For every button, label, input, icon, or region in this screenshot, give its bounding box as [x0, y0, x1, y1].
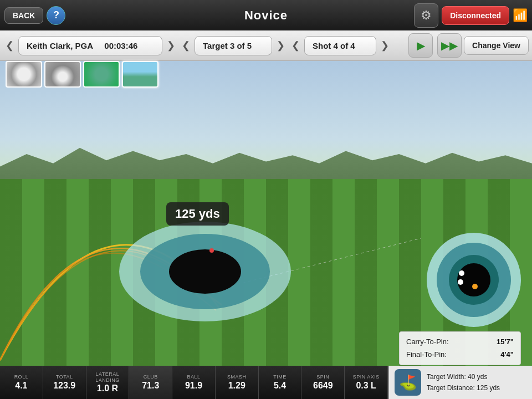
spin-axis-label: SPIN AXIS — [353, 374, 380, 380]
top-bar-left: BACK ? — [4, 6, 65, 25]
time-label: TIME — [273, 374, 287, 380]
lateral-label: LATERALLANDING — [95, 371, 120, 383]
roll-value: 4.1 — [15, 381, 27, 391]
target-next-button[interactable]: ❯ — [274, 37, 287, 54]
right-target-diagram — [427, 233, 521, 327]
player-label: Keith Clark, PGA 00:03:46 — [18, 36, 162, 55]
bottom-bar: ROLL 4.1 TOTAL 123.9 LATERALLANDING 1.0 … — [0, 366, 532, 399]
target-circle — [119, 222, 291, 321]
lateral-value: 1.0 R — [97, 383, 118, 393]
player-next-button[interactable]: ❯ — [165, 37, 177, 54]
stat-total: TOTAL 123.9 — [43, 366, 86, 399]
back-button[interactable]: BACK — [4, 7, 43, 24]
settings-button[interactable]: ⚙ — [414, 3, 438, 28]
shot-next-button[interactable]: ❯ — [378, 37, 391, 54]
stat-smash: SMASH 1.29 — [216, 366, 259, 399]
final-value: 4'4" — [500, 348, 514, 361]
shot-label: Shot 4 of 4 — [304, 36, 376, 55]
stat-spin-axis: SPIN AXIS 0.3 L — [345, 366, 388, 399]
carry-stats-box: Carry-To-Pin: 15'7" Final-To-Pin: 4'4" — [399, 331, 521, 365]
thumbnail-3[interactable] — [83, 61, 120, 88]
target-inner-ring — [169, 249, 241, 294]
target-distance-text: Target Distance: 125 yds — [427, 382, 500, 393]
stat-spin: SPIN 6649 — [301, 366, 345, 399]
smash-label: SMASH — [227, 374, 247, 380]
thumbnails — [6, 61, 158, 88]
pin-marker — [209, 248, 214, 253]
thumbnail-2[interactable] — [44, 61, 81, 88]
timer: 00:03:46 — [104, 41, 137, 50]
play-button[interactable]: ▶ — [408, 33, 433, 58]
stat-time: TIME 5.4 — [259, 366, 302, 399]
thumbnail-4[interactable] — [122, 61, 158, 88]
change-view-button[interactable]: Change View — [464, 36, 529, 55]
spin-value: 6649 — [313, 381, 333, 391]
main-view: 125 yds Carry-To-Pin: 15'7" Final-To-Pin… — [0, 61, 532, 371]
distance-label: 125 yds — [166, 202, 229, 226]
wifi-icon: 📶 — [513, 8, 528, 23]
top-bar-right: ⚙ Disconnected 📶 — [414, 3, 528, 28]
rt-dot-white-1 — [459, 270, 464, 276]
play-next-button[interactable]: ▶▶ — [437, 33, 462, 58]
top-bar: BACK ? Novice ⚙ Disconnected 📶 — [0, 0, 532, 30]
app-title: Novice — [244, 8, 288, 23]
target-width-text: Target Width: 40 yds — [427, 371, 500, 382]
help-button[interactable]: ? — [47, 6, 65, 25]
rt-dot-orange — [472, 284, 478, 289]
club-value: 71.3 — [142, 381, 159, 391]
target-label: Target 3 of 5 — [195, 36, 272, 55]
rt-dot-white-2 — [458, 279, 463, 285]
smash-value: 1.29 — [228, 381, 245, 391]
final-label: Final-To-Pin: — [406, 348, 447, 361]
roll-label: ROLL — [14, 374, 29, 380]
stat-roll: ROLL 4.1 — [0, 366, 43, 399]
carry-value: 15'7" — [497, 335, 514, 348]
connection-status-button[interactable]: Disconnected — [442, 6, 509, 25]
player-name: Keith Clark, PGA — [27, 41, 93, 50]
spin-label: SPIN — [316, 374, 329, 380]
ball-label: BALL — [187, 374, 201, 380]
carry-label: Carry-To-Pin: — [406, 335, 449, 348]
bottom-info: Target Width: 40 yds Target Distance: 12… — [427, 371, 500, 394]
player-prev-button[interactable]: ❮ — [3, 37, 16, 54]
club-icon: ⛳ — [395, 369, 421, 396]
final-row: Final-To-Pin: 4'4" — [406, 348, 514, 361]
target-prev-button[interactable]: ❮ — [180, 37, 192, 54]
stat-lateral: LATERALLANDING 1.0 R — [86, 366, 130, 399]
stat-club: CLUB 71.3 — [129, 366, 172, 399]
total-label: TOTAL — [56, 374, 73, 380]
bottom-right-panel: ⛳ Target Width: 40 yds Target Distance: … — [388, 366, 532, 399]
shot-prev-button[interactable]: ❮ — [289, 37, 302, 54]
carry-row: Carry-To-Pin: 15'7" — [406, 335, 514, 348]
nav-bar: ❮ Keith Clark, PGA 00:03:46 ❯ ❮ Target 3… — [0, 30, 532, 61]
club-label: CLUB — [144, 374, 158, 380]
ball-value: 91.9 — [185, 381, 202, 391]
stat-ball: BALL 91.9 — [172, 366, 216, 399]
total-value: 123.9 — [53, 381, 75, 391]
thumbnail-1[interactable] — [6, 61, 42, 88]
spin-axis-value: 0.3 L — [356, 381, 376, 391]
time-value: 5.4 — [274, 381, 286, 391]
